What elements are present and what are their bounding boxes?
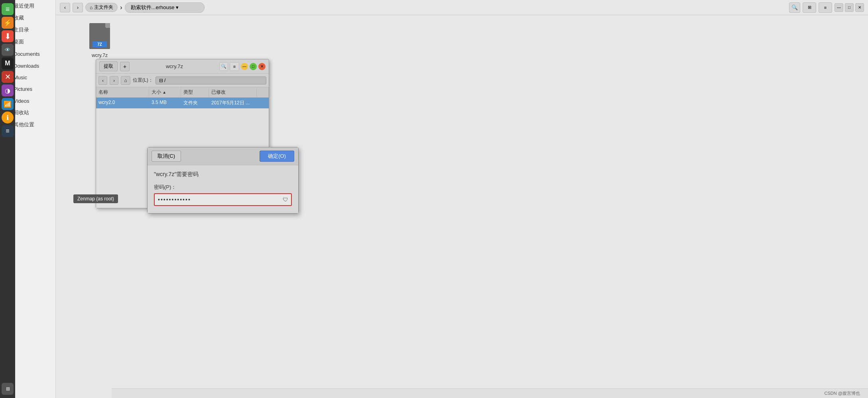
password-input[interactable] (155, 194, 280, 205)
toolbar-right: 🔍 ⊞ ≡ — □ ✕ (789, 2, 864, 13)
col-modified: 已修改 (209, 87, 257, 97)
win-close-button[interactable]: ✕ (855, 3, 864, 12)
sidebar-item-label: Documents (14, 51, 40, 57)
archive-forward-button[interactable]: › (110, 76, 118, 85)
dock-icon-zenmap[interactable]: 👁 (2, 44, 14, 56)
sidebar-item-label: 主目录 (14, 26, 29, 33)
row-type: 文件夹 (181, 98, 209, 108)
archive-title: wcry.7z (130, 63, 219, 69)
dock-icon-app6[interactable]: ✕ (2, 71, 14, 83)
dock-icon-grid[interactable]: ⊞ (2, 383, 14, 395)
archive-minimize-button[interactable]: — (241, 63, 248, 70)
archive-back-button[interactable]: ‹ (98, 76, 107, 85)
dropdown-icon: ▾ (176, 4, 179, 10)
archive-list-row[interactable]: wcry2.0 3.5 MB 文件夹 2017年5月12日 ... (96, 98, 269, 108)
location-bar[interactable]: 勘索软件...erhouse ▾ (125, 2, 205, 13)
sidebar-item-label: Videos (14, 98, 30, 104)
dock-icon-app5[interactable]: M (2, 57, 14, 69)
archive-win-controls: 🔍 ≡ — □ ✕ (219, 62, 266, 71)
show-password-button[interactable]: 🛡 (280, 194, 291, 205)
archive-titlebar: 提取 + wcry.7z 🔍 ≡ — □ ✕ (96, 59, 269, 74)
archive-maximize-button[interactable]: □ (250, 63, 257, 70)
archive-nav: ‹ › ⌂ 位置(L)： ⊟ / (96, 74, 269, 87)
sidebar-item-label: 回收站 (14, 109, 29, 116)
home-breadcrumb-icon: ⌂ (90, 5, 93, 10)
pw-dialog-buttons: 取消(C) 确定(O) (148, 147, 298, 165)
7z-badge: 7Z (93, 41, 107, 47)
file-icon-7z[interactable]: 7Z wcry.7z (88, 23, 112, 58)
win-maximize-button[interactable]: □ (845, 3, 854, 12)
password-dialog: 取消(C) 确定(O) "wcry.7z"需要密码 密码(P)： 🛡 (147, 147, 299, 214)
path-icon: ⊟ (159, 78, 163, 83)
row-extra (257, 98, 269, 108)
col-type: 类型 (181, 87, 209, 97)
file-area: 7Z wcry.7z 提取 + wcry.7z 🔍 ≡ — □ ✕ (56, 15, 868, 398)
top-toolbar: ‹ › ⌂ 主文件夹 › 勘索软件...erhouse ▾ 🔍 ⊞ ≡ — □ … (56, 0, 868, 15)
dock: ≡ ⚡ ⬇ 👁 M ✕ ◑ 📶 ℹ ≡ ⊞ (0, 0, 15, 398)
col-extra (257, 87, 269, 97)
sidebar-item-label: 最近使用 (14, 2, 34, 10)
dock-icon-app2[interactable]: ⚡ (2, 17, 14, 29)
pw-label: 密码(P)： (154, 184, 292, 191)
add-button[interactable]: + (120, 62, 130, 71)
dock-icon-app8[interactable]: 📶 (2, 98, 14, 110)
sidebar-item-label: Pictures (14, 86, 32, 92)
extract-button[interactable]: 提取 (99, 61, 118, 71)
win-minimize-button[interactable]: — (835, 3, 843, 12)
ok-button[interactable]: 确定(O) (260, 151, 294, 162)
archive-list-header: 名称 大小 ▲ 类型 已修改 (96, 87, 269, 98)
breadcrumb-separator: › (120, 4, 122, 11)
dock-icon-app3[interactable]: ⬇ (2, 30, 14, 42)
archive-dialog: 提取 + wcry.7z 🔍 ≡ — □ ✕ ‹ › ⌂ 位置(L)： ⊟ (96, 59, 269, 208)
dock-icon-app10[interactable]: ≡ (2, 125, 14, 137)
col-name: 名称 (96, 87, 149, 97)
view-grid-button[interactable]: ⊞ (803, 2, 816, 13)
forward-button[interactable]: › (73, 3, 83, 12)
sidebar-item-label: Music (14, 75, 27, 80)
file-name-label: wcry.7z (92, 53, 108, 58)
breadcrumb[interactable]: ⌂ 主文件夹 (85, 3, 118, 12)
col-size: 大小 ▲ (149, 87, 181, 97)
row-size: 3.5 MB (149, 98, 181, 108)
archive-close-button[interactable]: ✕ (258, 63, 266, 70)
location-label: 位置(L)： (133, 77, 153, 84)
7z-icon: 7Z (88, 23, 112, 51)
archive-toolbar-left: 提取 + (99, 61, 130, 71)
tooltip-text: Zenmap (as root) (77, 196, 114, 202)
sidebar-item-label: 其他位置 (14, 121, 34, 128)
path-text: / (164, 78, 165, 83)
search-button[interactable]: 🔍 (789, 2, 800, 13)
pw-input-wrapper: 🛡 (154, 193, 292, 206)
dock-icon-app9[interactable]: ℹ (2, 112, 14, 124)
archive-search-button[interactable]: 🔍 (219, 62, 228, 71)
file-page: 7Z (89, 23, 110, 49)
status-text: CSDN @腹宫博也 (825, 390, 860, 396)
archive-view-button[interactable]: ≡ (230, 62, 239, 71)
zenmap-tooltip: Zenmap (as root) (73, 194, 118, 203)
toolbar-left: ‹ › ⌂ 主文件夹 › 勘索软件...erhouse ▾ (60, 2, 205, 13)
row-modified: 2017年5月12日 ... (209, 98, 257, 108)
breadcrumb-home: 主文件夹 (94, 4, 113, 11)
pw-dialog-title: "wcry.7z"需要密码 (154, 171, 292, 178)
row-name: wcry2.0 (96, 98, 149, 108)
cancel-button[interactable]: 取消(C) (152, 151, 181, 162)
main-area: ‹ › ⌂ 主文件夹 › 勘索软件...erhouse ▾ 🔍 ⊞ ≡ — □ … (56, 0, 868, 398)
archive-location-path[interactable]: ⊟ / (155, 76, 266, 84)
location-text: 勘索软件...erhouse (131, 4, 175, 11)
status-bar: CSDN @腹宫博也 (112, 388, 868, 398)
dock-icon-app1[interactable]: ≡ (2, 3, 14, 15)
dock-icon-app7[interactable]: ◑ (2, 84, 14, 96)
archive-home-button[interactable]: ⌂ (121, 76, 130, 85)
sidebar-item-label: Downloads (14, 63, 39, 69)
pw-dialog-body: "wcry.7z"需要密码 密码(P)： 🛡 (148, 165, 298, 213)
view-list-button[interactable]: ≡ (819, 2, 832, 13)
back-button[interactable]: ‹ (60, 3, 70, 12)
window-controls: — □ ✕ (835, 3, 864, 12)
